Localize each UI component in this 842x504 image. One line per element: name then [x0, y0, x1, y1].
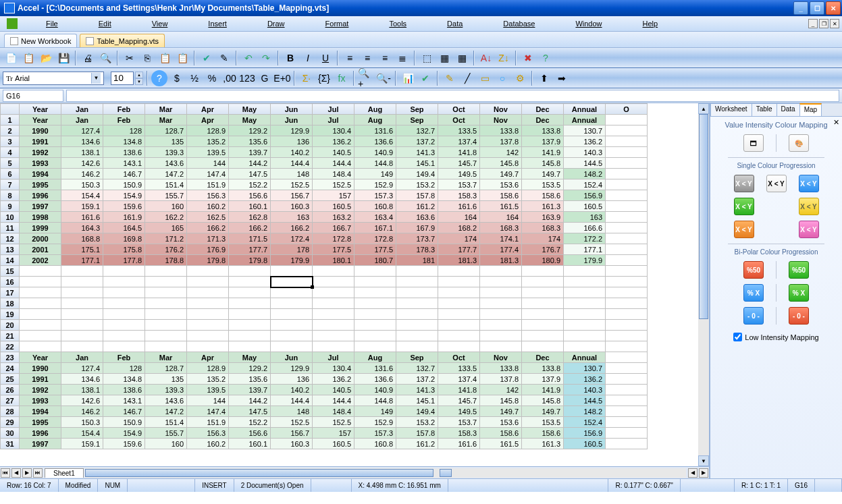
cell[interactable] — [145, 320, 187, 331]
cell[interactable]: 153.6 — [480, 417, 522, 428]
row-header[interactable]: 12 — [1, 233, 20, 244]
cell[interactable]: 181.3 — [480, 255, 522, 266]
single-pink-button[interactable]: X < Y — [799, 221, 819, 238]
cell[interactable]: 139.3 — [145, 385, 187, 395]
line-icon[interactable]: ╱ — [459, 70, 475, 86]
col-header[interactable]: Nov — [480, 104, 522, 115]
cell[interactable]: 171.3 — [187, 233, 229, 244]
cell[interactable] — [229, 341, 271, 352]
cell[interactable]: 160.8 — [354, 439, 396, 449]
cell[interactable]: 144.4 — [313, 158, 354, 169]
col-header[interactable]: Jun — [271, 104, 313, 115]
cell[interactable] — [313, 309, 354, 320]
cell[interactable] — [187, 298, 229, 309]
cell[interactable] — [61, 266, 103, 277]
cell[interactable]: Year — [20, 115, 61, 125]
cell[interactable]: 144.8 — [354, 395, 396, 406]
cell[interactable]: 149.7 — [522, 169, 564, 179]
col-header[interactable]: Dec — [522, 104, 564, 115]
cell[interactable]: 156.6 — [229, 190, 271, 201]
cell[interactable]: 154.9 — [103, 428, 145, 439]
cell[interactable] — [396, 320, 438, 331]
cell[interactable] — [61, 298, 103, 309]
fraction-icon[interactable]: ½ — [186, 70, 203, 86]
cell[interactable]: 177.8 — [103, 255, 145, 266]
file-tab[interactable]: Table_Mapping.vts — [80, 34, 165, 47]
row-header[interactable]: 18 — [1, 298, 20, 309]
cell[interactable]: 129.2 — [229, 363, 271, 374]
delete-icon[interactable]: ✖ — [520, 50, 536, 66]
chart-icon[interactable]: 📊 — [400, 70, 416, 86]
cell[interactable]: 165 — [145, 223, 187, 233]
cell[interactable]: 128.7 — [145, 363, 187, 374]
cell[interactable]: 145.8 — [480, 395, 522, 406]
number-icon[interactable]: 123 — [239, 70, 255, 86]
cell[interactable] — [606, 147, 648, 158]
cell[interactable] — [606, 406, 648, 417]
cell[interactable]: 127.4 — [61, 125, 103, 136]
cell[interactable]: 138.6 — [103, 385, 145, 395]
cell[interactable] — [606, 244, 648, 255]
row-header[interactable]: 17 — [1, 287, 20, 298]
cell[interactable]: 177.1 — [61, 255, 103, 266]
bipolar-50-red[interactable]: %50 — [743, 261, 764, 279]
cell[interactable] — [438, 320, 480, 331]
cell[interactable] — [313, 298, 354, 309]
cell[interactable]: 154.4 — [61, 190, 103, 201]
cell[interactable]: 140.2 — [271, 385, 313, 395]
menu-draw[interactable]: Draw — [247, 18, 305, 29]
row-header[interactable]: 16 — [1, 277, 20, 287]
cell[interactable]: Jun — [271, 115, 313, 125]
italic-icon[interactable]: I — [300, 50, 316, 66]
cell[interactable]: 150.9 — [103, 417, 145, 428]
cell[interactable]: 130.7 — [564, 125, 606, 136]
preview-icon[interactable]: 🔍 — [97, 50, 113, 66]
cell[interactable]: 148 — [271, 406, 313, 417]
cell[interactable] — [438, 277, 480, 287]
cell[interactable]: 145.7 — [438, 158, 480, 169]
cell[interactable] — [606, 352, 648, 363]
minimize-button[interactable]: _ — [793, 1, 808, 15]
cell[interactable]: 142.6 — [61, 158, 103, 169]
cell[interactable] — [564, 320, 606, 331]
cell[interactable]: 145.7 — [438, 395, 480, 406]
scientific-icon[interactable]: E+0 — [274, 70, 290, 86]
cell[interactable]: 152.5 — [313, 417, 354, 428]
cell[interactable] — [522, 277, 564, 287]
justify-icon[interactable]: ≣ — [394, 50, 411, 66]
cell[interactable]: 140.9 — [354, 147, 396, 158]
cell[interactable]: 147.2 — [145, 169, 187, 179]
cell[interactable]: 164.3 — [61, 223, 103, 233]
borders-icon[interactable]: ▦ — [436, 50, 452, 66]
cell[interactable]: 136 — [271, 136, 313, 147]
cell[interactable] — [606, 115, 648, 125]
cell[interactable]: 141.3 — [396, 147, 438, 158]
tab-first-icon[interactable]: ⏮ — [1, 468, 10, 478]
cell[interactable]: 133.8 — [522, 125, 564, 136]
cell[interactable]: 160.2 — [187, 201, 229, 212]
font-size-input[interactable] — [111, 72, 134, 85]
rect-icon[interactable]: ▭ — [477, 70, 493, 86]
cell[interactable]: 178 — [271, 244, 313, 255]
import-icon[interactable]: ➡ — [554, 70, 570, 86]
row-header[interactable]: 4 — [1, 147, 20, 158]
bipolar-px-blue[interactable]: % X — [743, 284, 764, 302]
cell[interactable] — [522, 320, 564, 331]
cell[interactable]: 161.2 — [396, 439, 438, 449]
cell[interactable]: 158.3 — [438, 428, 480, 439]
cell[interactable]: 152.5 — [271, 417, 313, 428]
cell[interactable]: 156.9 — [564, 190, 606, 201]
cell[interactable]: Apr — [187, 115, 229, 125]
cell[interactable]: 152.5 — [271, 179, 313, 190]
cell[interactable] — [480, 341, 522, 352]
cell[interactable]: 177.1 — [564, 244, 606, 255]
cell[interactable]: 172.4 — [271, 233, 313, 244]
cell[interactable]: 128 — [103, 125, 145, 136]
cell[interactable]: 135.2 — [187, 136, 229, 147]
cell[interactable] — [480, 309, 522, 320]
cell[interactable]: 148.2 — [564, 169, 606, 179]
cell[interactable]: 144.4 — [313, 395, 354, 406]
cell[interactable]: 135.6 — [229, 136, 271, 147]
cell[interactable]: 152.9 — [354, 179, 396, 190]
cell[interactable]: 1993 — [20, 395, 61, 406]
